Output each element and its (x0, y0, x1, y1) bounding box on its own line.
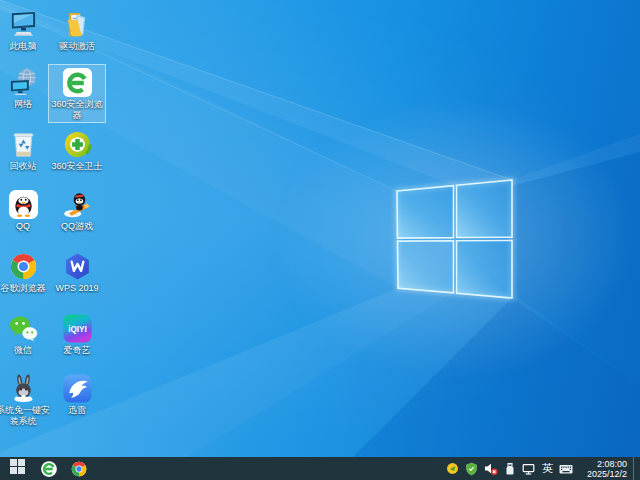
windows-start-icon (10, 459, 25, 478)
360-safe-browser-icon (40, 460, 58, 478)
icon-label: QQ (16, 221, 30, 232)
360-safe-guard-icon (62, 129, 93, 160)
chrome-icon (8, 251, 39, 282)
icon-label: 爱奇艺 (64, 345, 91, 356)
desktop[interactable]: 此电脑 驱动激活 网络 (0, 0, 640, 480)
clock-time: 2:08:00 (597, 459, 627, 469)
touch-keyboard-icon[interactable] (559, 457, 573, 480)
qq-icon (8, 189, 39, 220)
svg-text:iQIYI: iQIYI (68, 325, 87, 334)
desktop-icon-qq-games[interactable]: QQ游戏 (48, 186, 106, 234)
desktop-icon-360-safe-guard[interactable]: 360安全卫士 (48, 126, 106, 174)
desktop-icon-chrome[interactable]: 谷歌浏览器 (0, 248, 52, 296)
ime-indicator[interactable]: 英 (542, 457, 553, 480)
taskbar: 英 2:08:00 2025/12/2 (0, 457, 640, 480)
icon-label: WPS 2019 (55, 283, 98, 294)
desktop-icon-recycle-bin[interactable]: 回收站 (0, 126, 52, 174)
360-safe-browser-icon (62, 67, 93, 98)
360-shield-tray-icon[interactable] (465, 457, 478, 480)
icon-label: 此电脑 (10, 41, 37, 52)
icon-label: 网络 (14, 99, 32, 110)
system-tray: 英 2:08:00 2025/12/2 (446, 457, 640, 480)
desktop-icon-this-pc[interactable]: 此电脑 (0, 6, 52, 54)
desktop-icon-qq[interactable]: QQ (0, 186, 52, 234)
start-button[interactable] (0, 457, 34, 480)
icon-label: QQ游戏 (61, 221, 93, 232)
network-tray-icon[interactable] (522, 457, 536, 480)
xunlei-bird-icon (62, 373, 93, 404)
wechat-icon (8, 313, 39, 344)
this-pc-icon (8, 9, 39, 40)
desktop-icon-system-rabbit-installer[interactable]: 系统兔一键安装系统 (0, 370, 52, 429)
360-antivirus-tray-icon[interactable] (446, 457, 459, 480)
icon-label: 回收站 (10, 161, 37, 172)
recycle-bin-icon (8, 129, 39, 160)
taskbar-360-browser-button[interactable] (34, 457, 64, 480)
icon-label: 微信 (14, 345, 32, 356)
icon-label: 迅雷 (68, 405, 86, 416)
desktop-icon-360-safe-browser[interactable]: 360安全浏览器 (48, 64, 106, 123)
icon-label: 驱动激活 (59, 41, 95, 52)
chrome-icon (70, 460, 88, 478)
qq-games-icon (62, 189, 93, 220)
desktop-icon-driver-activation[interactable]: 驱动激活 (48, 6, 106, 54)
icon-label: 360安全浏览器 (49, 99, 105, 121)
usb-device-icon[interactable] (504, 457, 516, 480)
show-desktop-button[interactable] (633, 457, 637, 480)
system-rabbit-icon (8, 373, 39, 404)
desktop-icon-xunlei[interactable]: 迅雷 (48, 370, 106, 418)
desktop-icon-wechat[interactable]: 微信 (0, 310, 52, 358)
driver-activation-folder-icon (62, 9, 93, 40)
icon-label: 系统兔一键安装系统 (0, 405, 51, 427)
network-globe-icon (8, 67, 39, 98)
desktop-icon-iqiyi[interactable]: iQIYI 爱奇艺 (48, 310, 106, 358)
taskbar-clock[interactable]: 2:08:00 2025/12/2 (579, 458, 627, 479)
iqiyi-icon: iQIYI (62, 313, 93, 344)
desktop-icon-network[interactable]: 网络 (0, 64, 52, 112)
desktop-icon-wps-2019[interactable]: WPS 2019 (48, 248, 106, 296)
volume-muted-icon[interactable] (484, 457, 498, 480)
icon-label: 360安全卫士 (51, 161, 102, 172)
taskbar-chrome-button[interactable] (64, 457, 94, 480)
icon-label: 谷歌浏览器 (1, 283, 46, 294)
wps-2019-icon (62, 251, 93, 282)
clock-date: 2025/12/2 (587, 469, 627, 479)
